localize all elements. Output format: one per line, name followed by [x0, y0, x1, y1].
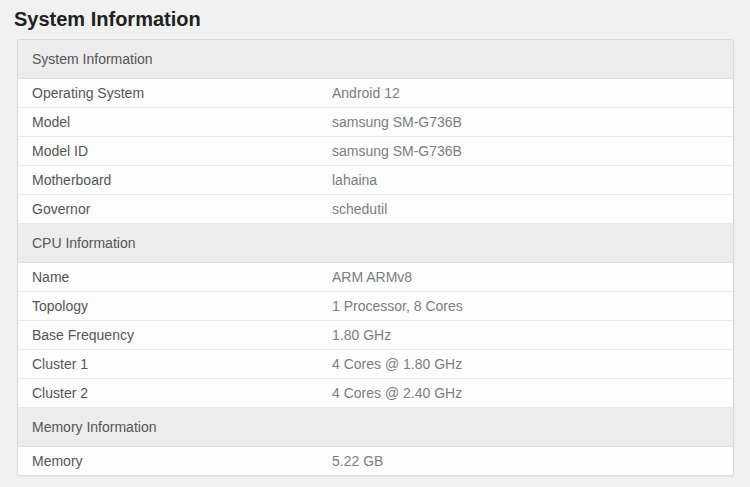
- table-row: Cluster 14 Cores @ 1.80 GHz: [18, 350, 733, 379]
- row-value: Android 12: [318, 79, 733, 108]
- table-row: Governorschedutil: [18, 195, 733, 224]
- table-row: Cluster 24 Cores @ 2.40 GHz: [18, 379, 733, 408]
- section-header: System Information: [18, 40, 733, 79]
- row-value: 1.80 GHz: [318, 321, 733, 350]
- row-label: Motherboard: [18, 166, 318, 195]
- row-label: Governor: [18, 195, 318, 224]
- row-value: schedutil: [318, 195, 733, 224]
- row-value: 4 Cores @ 1.80 GHz: [318, 350, 733, 379]
- table-row: Modelsamsung SM-G736B: [18, 108, 733, 137]
- table-row: Motherboardlahaina: [18, 166, 733, 195]
- row-label: Cluster 2: [18, 379, 318, 408]
- row-value: samsung SM-G736B: [318, 137, 733, 166]
- row-value: 1 Processor, 8 Cores: [318, 292, 733, 321]
- row-value: 5.22 GB: [318, 447, 733, 476]
- row-value: ARM ARMv8: [318, 263, 733, 292]
- row-value: samsung SM-G736B: [318, 108, 733, 137]
- system-information-card: System InformationOperating SystemAndroi…: [17, 39, 734, 476]
- system-info-table-body: System InformationOperating SystemAndroi…: [18, 40, 733, 475]
- section-header-row: CPU Information: [18, 224, 733, 263]
- section-header: CPU Information: [18, 224, 733, 263]
- section-header-row: Memory Information: [18, 408, 733, 447]
- table-row: Base Frequency1.80 GHz: [18, 321, 733, 350]
- table-row: Memory5.22 GB: [18, 447, 733, 476]
- row-label: Cluster 1: [18, 350, 318, 379]
- page-title: System Information: [14, 8, 750, 30]
- table-row: Model IDsamsung SM-G736B: [18, 137, 733, 166]
- row-label: Model ID: [18, 137, 318, 166]
- row-label: Base Frequency: [18, 321, 318, 350]
- row-label: Topology: [18, 292, 318, 321]
- section-header-row: System Information: [18, 40, 733, 79]
- row-label: Model: [18, 108, 318, 137]
- row-label: Operating System: [18, 79, 318, 108]
- system-info-table: System InformationOperating SystemAndroi…: [18, 40, 733, 475]
- row-value: lahaina: [318, 166, 733, 195]
- section-header: Memory Information: [18, 408, 733, 447]
- table-row: NameARM ARMv8: [18, 263, 733, 292]
- row-label: Name: [18, 263, 318, 292]
- row-label: Memory: [18, 447, 318, 476]
- table-row: Operating SystemAndroid 12: [18, 79, 733, 108]
- row-value: 4 Cores @ 2.40 GHz: [318, 379, 733, 408]
- table-row: Topology1 Processor, 8 Cores: [18, 292, 733, 321]
